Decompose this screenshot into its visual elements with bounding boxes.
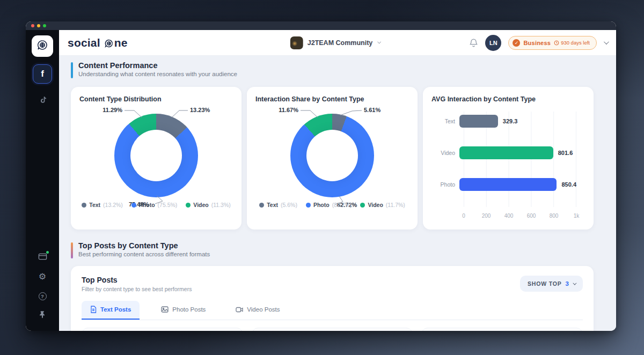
card-title: AVG Interaction by Content Type xyxy=(431,95,585,103)
section-accent-bar xyxy=(71,62,73,78)
tab-photo-posts[interactable]: Photo Posts xyxy=(152,301,214,320)
minimize-window-button[interactable] xyxy=(37,24,40,27)
legend-dot xyxy=(186,203,191,208)
help-icon: ? xyxy=(39,292,47,300)
app-window: f ⚙ xyxy=(26,21,616,331)
section-title: Top Posts by Content Type xyxy=(78,241,210,250)
community-name: J2TEAM Community xyxy=(308,39,373,47)
post-card-placeholder[interactable] xyxy=(252,328,413,331)
bar-photo xyxy=(459,178,557,191)
brand-text-left: social xyxy=(68,36,100,49)
bar-row-photo: Photo 850.4 xyxy=(431,168,576,200)
sidebar-item-settings[interactable]: ⚙ xyxy=(33,269,52,285)
section-accent-bar xyxy=(71,242,73,258)
section-subtitle: Understanding what content resonates wit… xyxy=(78,71,237,77)
top-posts-card: Top Posts Filter by content type to see … xyxy=(71,266,594,331)
slice-label-text: 5.61% xyxy=(364,107,380,113)
card-avg-interaction: AVG Interaction by Content Type Text 329… xyxy=(423,87,594,230)
top-posts-title: Top Posts xyxy=(82,276,192,284)
maximize-window-button[interactable] xyxy=(43,24,46,27)
sidebar-item-tiktok[interactable] xyxy=(33,91,52,110)
brand-text-right: ne xyxy=(114,36,128,49)
bar-row-text: Text 329.3 xyxy=(431,105,576,137)
legend-item-photo[interactable]: Photo (75.5%) xyxy=(131,202,178,208)
card-interaction-share: Interaction Share by Content Type 11.67%… xyxy=(247,87,418,230)
legend-item-text[interactable]: Text (5.6%) xyxy=(259,202,297,208)
legend-dot xyxy=(306,203,311,208)
legend-item-video[interactable]: Video (11.7%) xyxy=(360,202,405,208)
video-camera-icon xyxy=(236,307,243,313)
tiktok-icon xyxy=(38,95,47,107)
x-axis-ticks: 0 200 400 600 800 1k xyxy=(464,213,576,220)
bar-row-video: Video 801.6 xyxy=(431,137,576,168)
legend-dot xyxy=(82,203,86,208)
card-title: Content Type Distribution xyxy=(79,95,233,103)
legend-item-photo[interactable]: Photo (82.7%) xyxy=(306,202,352,208)
document-icon xyxy=(90,306,97,313)
gear-icon: ⚙ xyxy=(39,272,46,281)
card-content-type-distribution: Content Type Distribution 11.29% 13.23% xyxy=(71,87,241,230)
chevron-down-icon xyxy=(573,281,576,285)
community-avatar xyxy=(290,36,303,49)
topbar: social ne J2TEAM Community xyxy=(59,30,616,56)
community-selector[interactable]: J2TEAM Community xyxy=(290,36,380,49)
sidebar-item-posts[interactable] xyxy=(33,249,52,265)
sidebar-item-facebook[interactable]: f xyxy=(33,64,52,84)
slice-label-text: 13.23% xyxy=(190,107,210,113)
post-card-placeholder[interactable] xyxy=(421,328,583,331)
dashboard-content: Content Performance Understanding what c… xyxy=(59,56,616,331)
legend-dot xyxy=(360,203,365,208)
app-logo-icon xyxy=(36,39,49,54)
window-titlebar xyxy=(26,21,616,30)
top-posts-subtitle: Filter by content type to see best perfo… xyxy=(82,286,192,292)
bar-video xyxy=(459,146,553,159)
app-logo-tile[interactable] xyxy=(32,35,53,57)
pin-icon xyxy=(39,310,46,321)
days-left-text: 930 days left xyxy=(561,40,590,46)
legend-dot xyxy=(259,203,264,208)
post-card-placeholder[interactable] xyxy=(82,328,243,331)
image-icon xyxy=(161,306,169,313)
section-subtitle: Best performing content across different… xyxy=(78,251,210,257)
bar-chart: Text 329.3 Video 801.6 xyxy=(431,105,585,224)
plan-badge[interactable]: ✓ Business 930 days left xyxy=(508,36,597,50)
close-window-button[interactable] xyxy=(31,24,34,27)
posts-feed-icon xyxy=(38,253,47,263)
show-top-dropdown[interactable]: SHOW TOP 3 xyxy=(520,276,583,292)
verified-check-icon: ✓ xyxy=(513,39,520,47)
slice-label-video: 11.29% xyxy=(103,107,122,113)
facebook-icon: f xyxy=(41,69,44,79)
sidebar-item-pin[interactable] xyxy=(33,307,52,323)
card-title: Interaction Share by Content Type xyxy=(255,95,409,103)
legend-dot xyxy=(131,203,136,208)
notifications-bell-icon[interactable] xyxy=(469,38,478,48)
chevron-down-icon xyxy=(377,40,381,44)
account-chevron-down-icon[interactable] xyxy=(604,39,609,45)
notification-dot xyxy=(46,251,49,254)
clock-icon xyxy=(554,40,559,46)
plan-name: Business xyxy=(523,40,551,46)
tab-video-posts[interactable]: Video Posts xyxy=(227,301,288,320)
tab-text-posts[interactable]: Text Posts xyxy=(82,301,140,320)
legend-item-video[interactable]: Video (11.3%) xyxy=(186,202,230,208)
sidebar-item-help[interactable]: ? xyxy=(33,288,52,304)
section-title: Content Performance xyxy=(78,61,237,70)
slice-label-video: 11.67% xyxy=(279,107,298,113)
section-content-performance: Content Performance Understanding what c… xyxy=(71,61,616,78)
bar-text xyxy=(459,115,498,128)
sidebar: f ⚙ xyxy=(26,30,59,331)
brand-globe-icon xyxy=(104,39,114,48)
user-avatar[interactable]: LN xyxy=(485,35,501,51)
brand-logo: social ne xyxy=(68,36,128,49)
post-type-tabs: Text Posts Photo Posts Vid xyxy=(82,301,583,320)
legend-item-text[interactable]: Text (13.2%) xyxy=(82,202,123,208)
section-top-posts: Top Posts by Content Type Best performin… xyxy=(71,241,616,258)
